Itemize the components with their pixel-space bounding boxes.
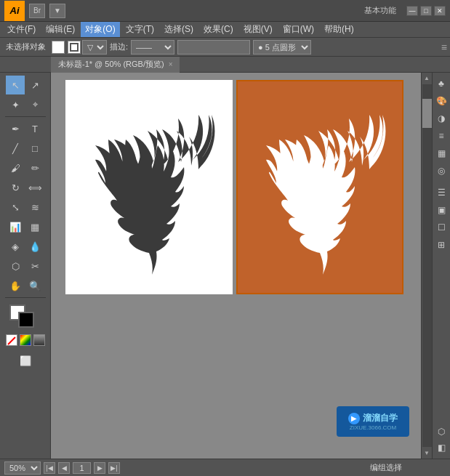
- menu-file[interactable]: 文件(F): [3, 22, 40, 37]
- menu-bar: 文件(F) 编辑(E) 对象(O) 文字(T) 选择(S) 效果(C) 视图(V…: [0, 22, 450, 38]
- right-transform-btn[interactable]: ▣: [433, 202, 449, 218]
- brush-select[interactable]: ● 5 点圆形: [253, 40, 311, 55]
- vertical-scrollbar[interactable]: ▲ ▼: [421, 73, 432, 459]
- tool-separator-2: [5, 297, 46, 298]
- scissors-tool[interactable]: ✂: [25, 257, 44, 275]
- watermark-icon: ▶: [348, 413, 360, 424]
- color-swatch-area: [5, 303, 46, 332]
- status-bar: 50% |◀ ◀ ▶ ▶| 编组选择: [0, 459, 450, 476]
- right-align-btn[interactable]: ☰: [433, 185, 449, 201]
- artboard-tool[interactable]: ⬜: [16, 351, 35, 370]
- document-tab[interactable]: 未标题-1* @ 50% (RGB/预览) ×: [51, 57, 180, 73]
- arrange-btn[interactable]: ▼: [49, 4, 65, 18]
- maximize-btn[interactable]: □: [420, 6, 432, 16]
- close-btn[interactable]: ✕: [434, 6, 446, 16]
- window-controls: — □ ✕: [406, 6, 446, 16]
- pen-tool[interactable]: ✒: [6, 119, 25, 138]
- scroll-down-btn[interactable]: ▼: [422, 448, 433, 459]
- line-tool[interactable]: ╱: [6, 139, 25, 158]
- menu-window[interactable]: 窗口(W): [278, 22, 318, 37]
- right-pathfinder-btn[interactable]: ☐: [433, 219, 449, 235]
- scroll-thumb[interactable]: [422, 99, 432, 128]
- right-layer-btn[interactable]: ◧: [433, 440, 449, 456]
- right-half-circle-btn[interactable]: ◑: [433, 110, 449, 126]
- tab-bar: 未标题-1* @ 50% (RGB/预览) ×: [0, 57, 450, 73]
- workspace-btn[interactable]: Br: [29, 4, 45, 18]
- menu-help[interactable]: 帮助(H): [320, 22, 358, 37]
- page-number-input[interactable]: [73, 462, 91, 474]
- nav-first-btn[interactable]: |◀: [44, 462, 55, 474]
- eyedropper-tool[interactable]: 💧: [25, 237, 44, 256]
- right-panel: ♣ 🎨 ◑ ≡ ▦ ◎ ☰ ▣ ☐ ⊞ ⬡ ◧: [432, 73, 450, 459]
- right-link-btn[interactable]: ⬡: [433, 424, 449, 440]
- right-color-btn[interactable]: 🎨: [433, 93, 449, 109]
- menu-view[interactable]: 视图(V): [239, 22, 277, 37]
- hand-tool[interactable]: ✋: [6, 276, 25, 295]
- right-grid-btn[interactable]: ▦: [433, 145, 449, 161]
- type-tool[interactable]: T: [25, 119, 44, 138]
- pencil-tool[interactable]: ✏: [25, 158, 44, 177]
- graph-tool[interactable]: 📊: [6, 217, 25, 236]
- rect-tool[interactable]: □: [25, 139, 44, 158]
- scroll-up-btn[interactable]: ▲: [422, 73, 433, 84]
- menu-object[interactable]: 对象(O): [81, 22, 119, 37]
- toolbar-more-btn[interactable]: ≡: [441, 41, 447, 53]
- fill-type-select[interactable]: ▽: [82, 40, 107, 55]
- select-tool[interactable]: ↖: [6, 76, 25, 94]
- scale-tool[interactable]: ⤡: [6, 198, 25, 217]
- leaf-white-svg: [236, 80, 403, 294]
- nav-next-btn[interactable]: ▶: [94, 462, 105, 474]
- rotate-tool[interactable]: ↻: [6, 178, 25, 197]
- nav-last-btn[interactable]: ▶|: [108, 462, 120, 474]
- menu-effect[interactable]: 效果(C): [199, 22, 238, 37]
- right-panel-bottom: ⬡ ◧: [433, 424, 449, 456]
- nav-prev-btn[interactable]: ◀: [58, 462, 70, 474]
- stroke-label: 描边:: [110, 41, 128, 52]
- right-lines-btn[interactable]: ≡: [433, 128, 449, 144]
- left-toolbar: ↖ ↗ ✦ ⌖ ✒ T ╱ □ 🖌 ✏ ↻ ⟺ ⤡ ≋ 📊 ▦: [0, 73, 51, 459]
- zoom-select[interactable]: 50%: [4, 461, 41, 475]
- stroke-width-input[interactable]: [177, 40, 250, 55]
- watermark: ▶ 溜溜自学 ZIXUE.3066.COM: [337, 406, 409, 437]
- workspace-mode: 基本功能: [364, 5, 396, 16]
- canvas-area[interactable]: ▶ 溜溜自学 ZIXUE.3066.COM: [51, 73, 421, 459]
- gradient-swatch[interactable]: [33, 334, 45, 346]
- menu-text[interactable]: 文字(T): [121, 22, 158, 37]
- column-graph-tool[interactable]: ▦: [25, 217, 44, 236]
- stroke-swatch[interactable]: [68, 41, 81, 54]
- right-symbol-btn[interactable]: ⊞: [433, 237, 449, 253]
- watermark-url: ZIXUE.3066.COM: [350, 424, 396, 431]
- main-area: ↖ ↗ ✦ ⌖ ✒ T ╱ □ 🖌 ✏ ↻ ⟺ ⤡ ≋ 📊 ▦: [0, 73, 450, 459]
- blend-tool[interactable]: ⬡: [6, 257, 25, 275]
- warp-tool[interactable]: ≋: [25, 198, 44, 217]
- tab-close-btn[interactable]: ×: [169, 60, 173, 68]
- stroke-color-swatch[interactable]: [18, 312, 34, 328]
- right-clubs-btn[interactable]: ♣: [433, 76, 449, 92]
- lasso-tool[interactable]: ⌖: [25, 95, 44, 114]
- status-text: 编组选择: [370, 462, 402, 473]
- tool-separator-1: [5, 116, 46, 117]
- paintbrush-tool[interactable]: 🖌: [6, 158, 25, 177]
- color-mode-btn[interactable]: [20, 334, 31, 346]
- title-bar: Ai Br ▼ 基本功能 — □ ✕: [0, 0, 450, 22]
- gradient-tool[interactable]: ◈: [6, 237, 25, 256]
- menu-select[interactable]: 选择(S): [160, 22, 198, 37]
- reflect-tool[interactable]: ⟺: [25, 178, 44, 197]
- right-sun-btn[interactable]: ◎: [433, 163, 449, 179]
- magic-wand-tool[interactable]: ✦: [6, 95, 25, 114]
- zoom-tool[interactable]: 🔍: [25, 276, 44, 295]
- extra-tools: ⬜: [16, 351, 35, 370]
- direct-select-tool[interactable]: ↗: [25, 76, 44, 94]
- options-toolbar: 未选择对象 ▽ 描边: —— ● 5 点圆形 ≡: [0, 38, 450, 57]
- leaf-black-svg: [65, 80, 233, 294]
- none-swatch[interactable]: [6, 334, 17, 346]
- ai-logo: Ai: [4, 1, 25, 21]
- fill-swatch[interactable]: [52, 41, 65, 54]
- scroll-track[interactable]: [422, 84, 432, 447]
- minimize-btn[interactable]: —: [406, 6, 418, 16]
- no-selection-label: 未选择对象: [3, 41, 49, 52]
- stroke-style-select[interactable]: ——: [131, 40, 174, 55]
- watermark-brand: 溜溜自学: [363, 412, 398, 424]
- menu-edit[interactable]: 编辑(E): [41, 22, 79, 37]
- tab-title: 未标题-1* @ 50% (RGB/预览): [58, 59, 164, 70]
